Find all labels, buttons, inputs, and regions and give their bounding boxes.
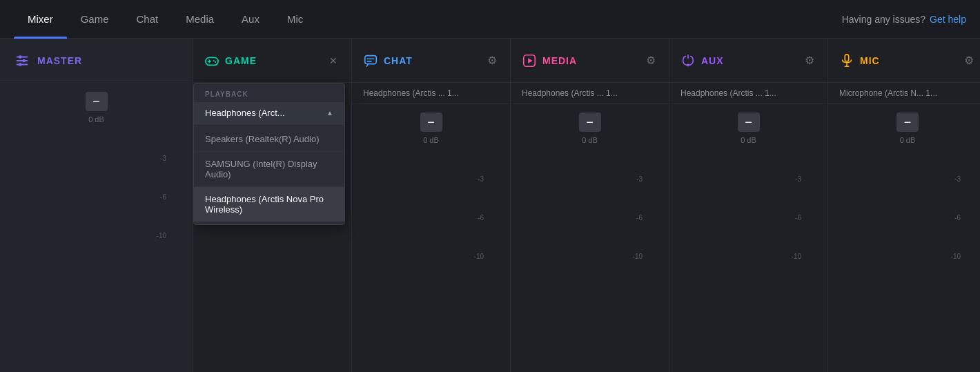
svg-point-17: [687, 63, 689, 66]
svg-marker-15: [528, 58, 532, 63]
mic-tick-4: [849, 227, 966, 246]
chat-channel: CHAT ⚙ Headphones (Arctis ... 1... − 0 d…: [352, 39, 511, 372]
main-content: MASTER − 0 dB -3 -6 -10: [0, 39, 980, 372]
master-ticks: -3 -6 -10: [0, 129, 193, 245]
chat-minus-btn[interactable]: −: [420, 112, 442, 132]
dropdown-item-headphones[interactable]: Headphones (Arctis Nova Pro Wireless): [194, 187, 344, 222]
help-text: Having any issues?: [842, 14, 925, 25]
game-close-icon[interactable]: ✕: [326, 54, 340, 68]
aux-gear-icon[interactable]: ⚙: [803, 54, 816, 68]
mic-gear-icon[interactable]: ⚙: [962, 54, 976, 68]
mic-db: 0 dB: [900, 136, 916, 144]
aux-minus-btn[interactable]: −: [738, 112, 760, 132]
game-icon: [204, 53, 219, 68]
chevron-up-icon: ▲: [326, 109, 333, 117]
dropdown-item-speakers[interactable]: Speakers (Realtek(R) Audio): [194, 127, 344, 152]
mic-ticks: -3 -6 -10: [828, 150, 980, 266]
chat-db: 0 dB: [423, 136, 439, 144]
media-db: 0 dB: [582, 136, 598, 144]
mic-icon: [839, 53, 854, 68]
aux-icon: [680, 53, 696, 68]
mic-tick-2: [849, 188, 966, 208]
game-header-right: ✕: [326, 54, 340, 68]
aux-channel-header: AUX ⚙: [669, 39, 827, 83]
chat-fader: − 0 dB -3 -6 -10: [352, 104, 510, 372]
dropdown-selected-text: Headphones (Arct...: [205, 108, 285, 118]
media-gear-icon[interactable]: ⚙: [644, 54, 658, 68]
chat-channel-header: CHAT ⚙: [352, 39, 510, 83]
aux-title: AUX: [701, 55, 724, 66]
chat-icon: [363, 53, 378, 68]
chat-tick-4: [373, 227, 489, 246]
nav-tab-mixer[interactable]: Mixer: [14, 0, 67, 39]
mic-channel: MIC ⚙ Microphone (Arctis N... 1... − 0 d…: [828, 39, 980, 372]
media-channel: MEDIA ⚙ Headphones (Arctis ... 1... − 0 …: [511, 39, 669, 372]
svg-rect-11: [365, 55, 377, 63]
master-header: MASTER: [0, 52, 193, 81]
master-minus-btn[interactable]: −: [86, 92, 108, 111]
chat-device-name: Headphones (Arctis ... 1...: [352, 83, 510, 104]
nav-tabs: Mixer Game Chat Media Aux Mic: [14, 0, 842, 39]
svg-point-4: [22, 59, 26, 63]
chat-tick-5: -10: [373, 246, 489, 266]
aux-tick-4: [690, 227, 807, 246]
mic-minus-btn[interactable]: −: [896, 112, 919, 132]
mic-tick-1: -3: [849, 169, 966, 188]
chat-header-right: ⚙: [485, 54, 499, 68]
media-device-name: Headphones (Arctis ... 1...: [511, 83, 669, 104]
nav-tab-aux[interactable]: Aux: [228, 0, 273, 39]
chat-gear-icon[interactable]: ⚙: [485, 54, 499, 68]
svg-rect-6: [206, 57, 218, 65]
tick-5: -10: [21, 226, 172, 245]
svg-point-9: [213, 59, 215, 61]
aux-ticks: -3 -6 -10: [669, 150, 827, 266]
aux-tick-0: [690, 150, 807, 169]
mic-channel-header: MIC ⚙: [828, 39, 980, 83]
game-channel-header: GAME ✕: [193, 39, 351, 83]
game-dropdown: PLAYBACK Headphones (Arct... ▲ Speakers …: [193, 83, 345, 225]
master-icon: [14, 52, 30, 69]
svg-point-5: [19, 63, 22, 66]
chat-tick-3: -6: [373, 208, 489, 227]
media-minus-btn[interactable]: −: [579, 112, 601, 132]
nav-tab-game[interactable]: Game: [67, 0, 123, 39]
aux-header-left: AUX: [680, 53, 724, 68]
dropdown-item-samsung[interactable]: SAMSUNG (Intel(R) Display Audio): [194, 152, 344, 187]
tick-2: [21, 168, 172, 187]
game-header-left: GAME: [204, 53, 257, 68]
aux-tick-5: -10: [690, 246, 807, 266]
dropdown-selected[interactable]: Headphones (Arct... ▲: [194, 102, 344, 124]
master-panel: MASTER − 0 dB -3 -6 -10: [0, 39, 193, 372]
nav-tab-chat[interactable]: Chat: [123, 0, 173, 39]
aux-db: 0 dB: [741, 136, 756, 144]
chat-tick-1: -3: [373, 169, 489, 188]
tick-3: -6: [21, 187, 172, 206]
master-db: 0 dB: [88, 115, 104, 124]
svg-rect-18: [845, 54, 849, 61]
media-icon: [522, 53, 537, 68]
aux-tick-1: -3: [690, 169, 807, 188]
aux-fader: − 0 dB -3 -6 -10: [669, 104, 827, 372]
media-ticks: -3 -6 -10: [511, 150, 669, 266]
aux-channel: AUX ⚙ Headphones (Arctis ... 1... − 0 dB…: [669, 39, 828, 372]
media-fader: − 0 dB -3 -6 -10: [511, 104, 669, 372]
aux-tick-3: -6: [690, 208, 807, 227]
media-channel-header: MEDIA ⚙: [511, 39, 669, 83]
media-tick-0: [531, 150, 648, 169]
tick-0: [21, 129, 172, 148]
chat-ticks: -3 -6 -10: [352, 150, 510, 266]
channels-container: GAME ✕ PLAYBACK Headphones (Arct... ▲ Sp…: [193, 39, 980, 372]
mic-header-right: ⚙: [962, 54, 976, 68]
top-nav: Mixer Game Chat Media Aux Mic Having any…: [0, 0, 980, 39]
nav-tab-mic[interactable]: Mic: [273, 0, 317, 39]
mic-tick-0: [849, 150, 966, 169]
chat-title: CHAT: [384, 55, 413, 66]
nav-tab-media[interactable]: Media: [172, 0, 228, 39]
media-tick-1: -3: [531, 169, 648, 188]
game-title: GAME: [225, 55, 257, 66]
help-link[interactable]: Get help: [930, 14, 966, 25]
mic-title: MIC: [860, 55, 880, 66]
master-title: MASTER: [37, 55, 82, 66]
dropdown-header: PLAYBACK: [194, 84, 344, 102]
tick-1: -3: [21, 148, 172, 168]
